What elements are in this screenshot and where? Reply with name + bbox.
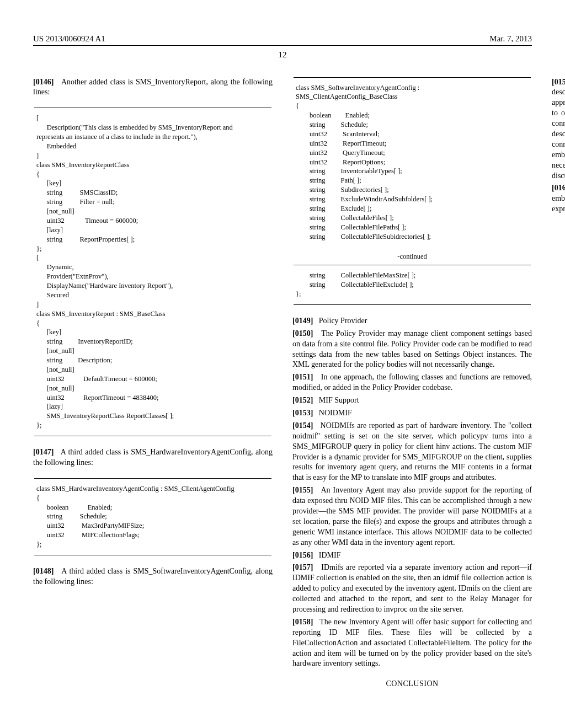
code-listing: class SMS_SoftwareInventoryAgentConfig :… bbox=[292, 77, 532, 242]
paragraph: [0148] A third added class is SMS_Softwa… bbox=[33, 566, 273, 587]
para-number: [0147] bbox=[33, 448, 54, 456]
rule bbox=[294, 265, 531, 265]
code-body: [ Description("This class is embedded by… bbox=[33, 114, 273, 430]
rule bbox=[294, 304, 531, 305]
para-text: MIF Support bbox=[319, 396, 359, 404]
para-text: The Policy Provider may manage client co… bbox=[292, 329, 532, 369]
para-number: [0153] bbox=[292, 409, 313, 417]
para-text: A third added class is SMS_SoftwareInven… bbox=[33, 567, 273, 586]
publication-number: US 2013/0060924 A1 bbox=[33, 33, 105, 44]
code-body: class SMS_HardwareInventoryAgentConfig :… bbox=[33, 484, 273, 549]
paragraph: [0149] Policy Provider bbox=[292, 316, 532, 326]
code-listing: class SMS_HardwareInventoryAgentConfig :… bbox=[33, 478, 273, 555]
para-text: Although particular embodiments are expr… bbox=[552, 78, 565, 180]
para-text: An Inventory Agent may also provide supp… bbox=[292, 486, 532, 546]
two-column-body: [0146] Another added class is SMS_Invent… bbox=[33, 77, 532, 702]
para-number: [0159] bbox=[552, 78, 565, 86]
continued-label: -continued bbox=[292, 252, 532, 261]
rule bbox=[294, 77, 531, 78]
para-text: Another added class is SMS_InventoryRepo… bbox=[33, 78, 273, 97]
paragraph: [0153] NOIDMIF bbox=[292, 408, 532, 419]
para-text: IDmifs are reported via a separate inven… bbox=[292, 563, 532, 613]
para-text: In one approach, the following classes a… bbox=[292, 373, 532, 392]
para-text: The new Inventory Agent will offer basic… bbox=[292, 618, 532, 668]
code-listing-continued: -continued string CollectableFileMaxSize… bbox=[292, 252, 532, 305]
patent-page: US 2013/0060924 A1 Mar. 7, 2013 12 [0146… bbox=[0, 0, 565, 728]
paragraph: [0150] The Policy Provider may manage cl… bbox=[292, 329, 532, 371]
para-text: IDMIF bbox=[319, 551, 341, 559]
para-text: NOIDMIfs are reported as part of hardwar… bbox=[292, 421, 532, 481]
paragraph: [0154] NOIDMIfs are reported as part of … bbox=[292, 421, 532, 483]
para-text: NOIDMIF bbox=[319, 409, 352, 417]
paragraph: [0157] IDmifs are reported via a separat… bbox=[292, 563, 532, 614]
code-body: string CollectableFileMaxSize[ ]; string… bbox=[292, 271, 532, 299]
para-number: [0146] bbox=[33, 78, 54, 86]
para-number: [0157] bbox=[292, 563, 313, 571]
para-number: [0148] bbox=[33, 567, 54, 575]
para-text: A third added class is SMS_HardwareInven… bbox=[33, 448, 273, 467]
para-number: [0149] bbox=[292, 317, 313, 325]
paragraph: [0155] An Inventory Agent may also provi… bbox=[292, 485, 532, 548]
paragraph: [0156] IDMIF bbox=[292, 550, 532, 561]
para-number: [0155] bbox=[292, 486, 313, 494]
page-header: US 2013/0060924 A1 Mar. 7, 2013 bbox=[33, 33, 532, 46]
section-heading-conclusion: CONCLUSION bbox=[292, 679, 532, 689]
rule bbox=[34, 436, 271, 436]
paragraph: [0160] Not every item shown in the Figur… bbox=[552, 183, 565, 215]
para-number: [0158] bbox=[292, 618, 313, 626]
publication-date: Mar. 7, 2013 bbox=[489, 33, 532, 44]
para-number: [0156] bbox=[292, 551, 313, 559]
code-body: class SMS_SoftwareInventoryAgentConfig :… bbox=[292, 83, 532, 242]
paragraph: [0159] Although particular embodiments a… bbox=[552, 77, 565, 181]
code-listing: [ Description("This class is embedded by… bbox=[33, 108, 273, 436]
rule bbox=[34, 555, 271, 555]
para-number: [0150] bbox=[292, 329, 313, 338]
page-number: 12 bbox=[33, 49, 532, 60]
para-number: [0160] bbox=[552, 184, 565, 192]
rule bbox=[34, 108, 271, 108]
paragraph: [0146] Another added class is SMS_Invent… bbox=[33, 77, 273, 98]
para-text: Policy Provider bbox=[319, 317, 367, 325]
para-number: [0154] bbox=[292, 421, 313, 430]
rule bbox=[34, 478, 271, 479]
paragraph: [0158] The new Inventory Agent will offe… bbox=[292, 617, 532, 669]
paragraph: [0151] In one approach, the following cl… bbox=[292, 372, 532, 393]
para-number: [0152] bbox=[292, 396, 313, 404]
paragraph: [0152] MIF Support bbox=[292, 395, 532, 406]
para-number: [0151] bbox=[292, 373, 313, 381]
paragraph: [0147] A third added class is SMS_Hardwa… bbox=[33, 447, 273, 468]
